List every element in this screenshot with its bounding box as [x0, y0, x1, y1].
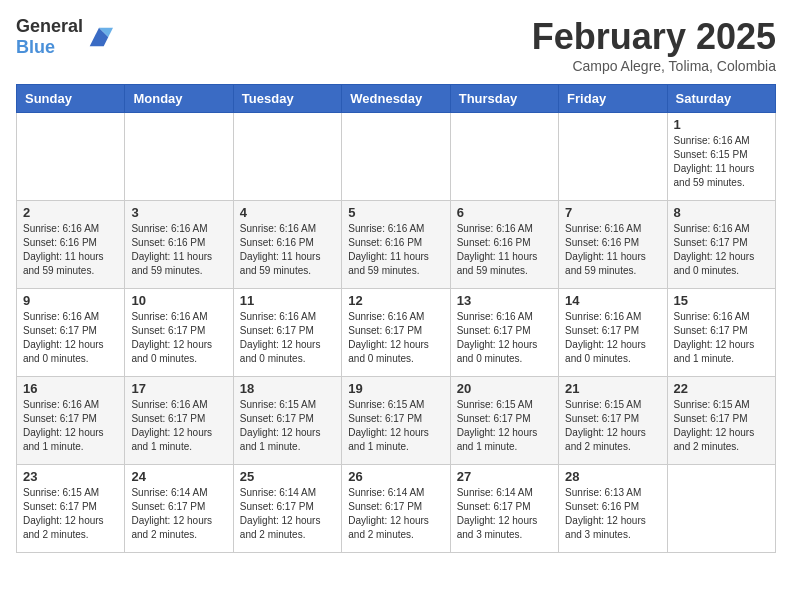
day-number: 5	[348, 205, 443, 220]
calendar-cell: 20Sunrise: 6:15 AMSunset: 6:17 PMDayligh…	[450, 377, 558, 465]
day-info: Sunrise: 6:14 AMSunset: 6:17 PMDaylight:…	[457, 486, 552, 542]
logo-general: General	[16, 16, 83, 36]
day-number: 23	[23, 469, 118, 484]
calendar-cell: 23Sunrise: 6:15 AMSunset: 6:17 PMDayligh…	[17, 465, 125, 553]
day-info: Sunrise: 6:14 AMSunset: 6:17 PMDaylight:…	[131, 486, 226, 542]
day-info: Sunrise: 6:13 AMSunset: 6:16 PMDaylight:…	[565, 486, 660, 542]
weekday-header: Tuesday	[233, 85, 341, 113]
day-info: Sunrise: 6:16 AMSunset: 6:16 PMDaylight:…	[131, 222, 226, 278]
weekday-header: Monday	[125, 85, 233, 113]
calendar-cell: 1Sunrise: 6:16 AMSunset: 6:15 PMDaylight…	[667, 113, 775, 201]
calendar-cell: 16Sunrise: 6:16 AMSunset: 6:17 PMDayligh…	[17, 377, 125, 465]
day-info: Sunrise: 6:16 AMSunset: 6:16 PMDaylight:…	[240, 222, 335, 278]
day-info: Sunrise: 6:16 AMSunset: 6:17 PMDaylight:…	[348, 310, 443, 366]
day-number: 28	[565, 469, 660, 484]
day-info: Sunrise: 6:16 AMSunset: 6:15 PMDaylight:…	[674, 134, 769, 190]
calendar-cell: 28Sunrise: 6:13 AMSunset: 6:16 PMDayligh…	[559, 465, 667, 553]
day-info: Sunrise: 6:15 AMSunset: 6:17 PMDaylight:…	[457, 398, 552, 454]
day-info: Sunrise: 6:15 AMSunset: 6:17 PMDaylight:…	[23, 486, 118, 542]
calendar-cell	[17, 113, 125, 201]
calendar-cell: 19Sunrise: 6:15 AMSunset: 6:17 PMDayligh…	[342, 377, 450, 465]
day-number: 22	[674, 381, 769, 396]
logo: General Blue	[16, 16, 113, 58]
day-info: Sunrise: 6:14 AMSunset: 6:17 PMDaylight:…	[240, 486, 335, 542]
calendar-cell: 4Sunrise: 6:16 AMSunset: 6:16 PMDaylight…	[233, 201, 341, 289]
day-number: 12	[348, 293, 443, 308]
day-number: 1	[674, 117, 769, 132]
day-number: 4	[240, 205, 335, 220]
day-info: Sunrise: 6:16 AMSunset: 6:17 PMDaylight:…	[565, 310, 660, 366]
day-info: Sunrise: 6:15 AMSunset: 6:17 PMDaylight:…	[674, 398, 769, 454]
day-number: 11	[240, 293, 335, 308]
day-number: 19	[348, 381, 443, 396]
day-info: Sunrise: 6:16 AMSunset: 6:17 PMDaylight:…	[131, 310, 226, 366]
weekday-header: Wednesday	[342, 85, 450, 113]
day-number: 9	[23, 293, 118, 308]
day-info: Sunrise: 6:16 AMSunset: 6:16 PMDaylight:…	[348, 222, 443, 278]
calendar-week-row: 23Sunrise: 6:15 AMSunset: 6:17 PMDayligh…	[17, 465, 776, 553]
calendar-cell: 14Sunrise: 6:16 AMSunset: 6:17 PMDayligh…	[559, 289, 667, 377]
day-info: Sunrise: 6:16 AMSunset: 6:17 PMDaylight:…	[240, 310, 335, 366]
calendar-cell: 11Sunrise: 6:16 AMSunset: 6:17 PMDayligh…	[233, 289, 341, 377]
month-title: February 2025	[532, 16, 776, 58]
day-number: 18	[240, 381, 335, 396]
calendar: SundayMondayTuesdayWednesdayThursdayFrid…	[16, 84, 776, 553]
calendar-cell	[233, 113, 341, 201]
day-info: Sunrise: 6:16 AMSunset: 6:16 PMDaylight:…	[565, 222, 660, 278]
day-info: Sunrise: 6:16 AMSunset: 6:17 PMDaylight:…	[131, 398, 226, 454]
calendar-cell: 15Sunrise: 6:16 AMSunset: 6:17 PMDayligh…	[667, 289, 775, 377]
calendar-cell: 17Sunrise: 6:16 AMSunset: 6:17 PMDayligh…	[125, 377, 233, 465]
day-number: 15	[674, 293, 769, 308]
calendar-cell: 27Sunrise: 6:14 AMSunset: 6:17 PMDayligh…	[450, 465, 558, 553]
logo-icon	[85, 23, 113, 51]
calendar-cell: 25Sunrise: 6:14 AMSunset: 6:17 PMDayligh…	[233, 465, 341, 553]
calendar-cell: 24Sunrise: 6:14 AMSunset: 6:17 PMDayligh…	[125, 465, 233, 553]
weekday-header: Thursday	[450, 85, 558, 113]
calendar-cell: 13Sunrise: 6:16 AMSunset: 6:17 PMDayligh…	[450, 289, 558, 377]
day-number: 6	[457, 205, 552, 220]
day-info: Sunrise: 6:16 AMSunset: 6:17 PMDaylight:…	[457, 310, 552, 366]
day-number: 21	[565, 381, 660, 396]
day-info: Sunrise: 6:16 AMSunset: 6:17 PMDaylight:…	[674, 310, 769, 366]
day-number: 7	[565, 205, 660, 220]
calendar-cell: 7Sunrise: 6:16 AMSunset: 6:16 PMDaylight…	[559, 201, 667, 289]
calendar-cell: 21Sunrise: 6:15 AMSunset: 6:17 PMDayligh…	[559, 377, 667, 465]
weekday-header: Friday	[559, 85, 667, 113]
day-number: 20	[457, 381, 552, 396]
day-number: 27	[457, 469, 552, 484]
day-number: 26	[348, 469, 443, 484]
day-info: Sunrise: 6:15 AMSunset: 6:17 PMDaylight:…	[348, 398, 443, 454]
calendar-cell: 26Sunrise: 6:14 AMSunset: 6:17 PMDayligh…	[342, 465, 450, 553]
day-info: Sunrise: 6:15 AMSunset: 6:17 PMDaylight:…	[240, 398, 335, 454]
calendar-cell: 22Sunrise: 6:15 AMSunset: 6:17 PMDayligh…	[667, 377, 775, 465]
calendar-cell: 6Sunrise: 6:16 AMSunset: 6:16 PMDaylight…	[450, 201, 558, 289]
weekday-header: Saturday	[667, 85, 775, 113]
day-info: Sunrise: 6:16 AMSunset: 6:17 PMDaylight:…	[23, 398, 118, 454]
day-number: 2	[23, 205, 118, 220]
calendar-cell: 18Sunrise: 6:15 AMSunset: 6:17 PMDayligh…	[233, 377, 341, 465]
weekday-header: Sunday	[17, 85, 125, 113]
logo-blue: Blue	[16, 37, 55, 57]
calendar-week-row: 9Sunrise: 6:16 AMSunset: 6:17 PMDaylight…	[17, 289, 776, 377]
calendar-cell	[559, 113, 667, 201]
calendar-cell: 2Sunrise: 6:16 AMSunset: 6:16 PMDaylight…	[17, 201, 125, 289]
title-area: February 2025 Campo Alegre, Tolima, Colo…	[532, 16, 776, 74]
header: General Blue February 2025 Campo Alegre,…	[16, 16, 776, 74]
calendar-cell	[125, 113, 233, 201]
calendar-cell: 8Sunrise: 6:16 AMSunset: 6:17 PMDaylight…	[667, 201, 775, 289]
day-info: Sunrise: 6:15 AMSunset: 6:17 PMDaylight:…	[565, 398, 660, 454]
day-number: 24	[131, 469, 226, 484]
day-info: Sunrise: 6:16 AMSunset: 6:16 PMDaylight:…	[457, 222, 552, 278]
day-number: 17	[131, 381, 226, 396]
calendar-cell: 10Sunrise: 6:16 AMSunset: 6:17 PMDayligh…	[125, 289, 233, 377]
day-number: 25	[240, 469, 335, 484]
day-number: 3	[131, 205, 226, 220]
calendar-week-row: 16Sunrise: 6:16 AMSunset: 6:17 PMDayligh…	[17, 377, 776, 465]
calendar-week-row: 1Sunrise: 6:16 AMSunset: 6:15 PMDaylight…	[17, 113, 776, 201]
weekday-header-row: SundayMondayTuesdayWednesdayThursdayFrid…	[17, 85, 776, 113]
calendar-cell	[342, 113, 450, 201]
day-number: 13	[457, 293, 552, 308]
calendar-week-row: 2Sunrise: 6:16 AMSunset: 6:16 PMDaylight…	[17, 201, 776, 289]
subtitle: Campo Alegre, Tolima, Colombia	[532, 58, 776, 74]
day-number: 8	[674, 205, 769, 220]
